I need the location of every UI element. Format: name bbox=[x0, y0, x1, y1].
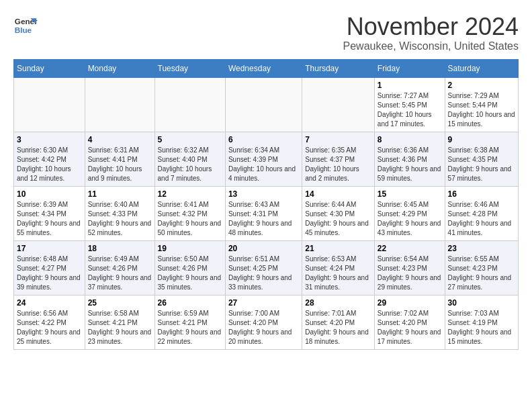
header-thursday: Thursday bbox=[302, 59, 375, 77]
day-number: 12 bbox=[158, 189, 222, 199]
day-number: 16 bbox=[448, 189, 515, 199]
day-info: Sunrise: 6:35 AMSunset: 4:37 PMDaylight:… bbox=[305, 146, 359, 182]
header-wednesday: Wednesday bbox=[225, 59, 302, 77]
day-info: Sunrise: 6:41 AMSunset: 4:32 PMDaylight:… bbox=[158, 201, 222, 236]
day-cell: 18Sunrise: 6:49 AMSunset: 4:26 PMDayligh… bbox=[85, 240, 154, 295]
day-info: Sunrise: 6:30 AMSunset: 4:42 PMDaylight:… bbox=[17, 146, 71, 182]
day-number: 18 bbox=[88, 244, 152, 253]
day-number: 19 bbox=[158, 244, 222, 253]
day-info: Sunrise: 6:50 AMSunset: 4:26 PMDaylight:… bbox=[158, 255, 222, 291]
day-cell: 6Sunrise: 6:34 AMSunset: 4:39 PMDaylight… bbox=[225, 132, 302, 186]
week-row-5: 24Sunrise: 6:56 AMSunset: 4:22 PMDayligh… bbox=[14, 295, 519, 349]
day-cell: 21Sunrise: 6:53 AMSunset: 4:24 PMDayligh… bbox=[302, 240, 375, 295]
calendar-table: SundayMondayTuesdayWednesdayThursdayFrid… bbox=[13, 59, 519, 350]
header-tuesday: Tuesday bbox=[154, 59, 225, 77]
day-info: Sunrise: 7:03 AMSunset: 4:19 PMDaylight:… bbox=[448, 310, 512, 345]
week-row-2: 3Sunrise: 6:30 AMSunset: 4:42 PMDaylight… bbox=[14, 132, 519, 186]
day-number: 29 bbox=[378, 298, 442, 308]
day-info: Sunrise: 6:53 AMSunset: 4:24 PMDaylight:… bbox=[305, 255, 369, 291]
day-cell bbox=[225, 77, 302, 132]
day-number: 22 bbox=[378, 244, 442, 253]
day-cell: 4Sunrise: 6:31 AMSunset: 4:41 PMDaylight… bbox=[85, 132, 154, 186]
day-info: Sunrise: 6:44 AMSunset: 4:30 PMDaylight:… bbox=[305, 201, 369, 236]
day-info: Sunrise: 6:32 AMSunset: 4:40 PMDaylight:… bbox=[158, 146, 212, 182]
header-saturday: Saturday bbox=[445, 59, 518, 77]
day-cell: 5Sunrise: 6:32 AMSunset: 4:40 PMDaylight… bbox=[154, 132, 225, 186]
day-number: 24 bbox=[17, 298, 82, 308]
day-info: Sunrise: 6:54 AMSunset: 4:23 PMDaylight:… bbox=[378, 255, 441, 291]
day-cell: 25Sunrise: 6:58 AMSunset: 4:21 PMDayligh… bbox=[85, 295, 154, 349]
day-info: Sunrise: 6:45 AMSunset: 4:29 PMDaylight:… bbox=[378, 201, 441, 236]
day-info: Sunrise: 6:39 AMSunset: 4:34 PMDaylight:… bbox=[17, 201, 81, 236]
header-monday: Monday bbox=[85, 59, 154, 77]
day-info: Sunrise: 6:38 AMSunset: 4:35 PMDaylight:… bbox=[448, 146, 512, 182]
day-cell: 22Sunrise: 6:54 AMSunset: 4:23 PMDayligh… bbox=[374, 240, 445, 295]
day-cell: 11Sunrise: 6:40 AMSunset: 4:33 PMDayligh… bbox=[85, 186, 154, 240]
day-number: 17 bbox=[17, 244, 82, 253]
svg-text:Blue: Blue bbox=[15, 26, 32, 34]
header-row: SundayMondayTuesdayWednesdayThursdayFrid… bbox=[14, 59, 519, 77]
logo-icon: General Blue bbox=[13, 13, 38, 38]
day-cell: 13Sunrise: 6:43 AMSunset: 4:31 PMDayligh… bbox=[225, 186, 302, 240]
day-number: 21 bbox=[305, 244, 371, 253]
week-row-3: 10Sunrise: 6:39 AMSunset: 4:34 PMDayligh… bbox=[14, 186, 519, 240]
day-cell: 9Sunrise: 6:38 AMSunset: 4:35 PMDaylight… bbox=[445, 132, 518, 186]
day-cell: 15Sunrise: 6:45 AMSunset: 4:29 PMDayligh… bbox=[374, 186, 445, 240]
day-info: Sunrise: 6:55 AMSunset: 4:23 PMDaylight:… bbox=[448, 255, 512, 291]
day-number: 2 bbox=[448, 81, 515, 90]
week-row-1: 1Sunrise: 7:27 AMSunset: 5:45 PMDaylight… bbox=[14, 77, 519, 132]
day-info: Sunrise: 7:02 AMSunset: 4:20 PMDaylight:… bbox=[378, 310, 441, 345]
day-cell: 7Sunrise: 6:35 AMSunset: 4:37 PMDaylight… bbox=[302, 132, 375, 186]
calendar-body: 1Sunrise: 7:27 AMSunset: 5:45 PMDaylight… bbox=[14, 77, 519, 349]
day-number: 20 bbox=[228, 244, 299, 253]
day-number: 13 bbox=[228, 189, 299, 199]
day-cell: 8Sunrise: 6:36 AMSunset: 4:36 PMDaylight… bbox=[374, 132, 445, 186]
day-cell: 23Sunrise: 6:55 AMSunset: 4:23 PMDayligh… bbox=[445, 240, 518, 295]
day-cell: 20Sunrise: 6:51 AMSunset: 4:25 PMDayligh… bbox=[225, 240, 302, 295]
title-section: November 2024 Pewaukee, Wisconsin, Unite… bbox=[343, 13, 519, 52]
day-info: Sunrise: 6:34 AMSunset: 4:39 PMDaylight:… bbox=[228, 146, 296, 182]
day-number: 11 bbox=[88, 189, 152, 199]
day-info: Sunrise: 7:27 AMSunset: 5:45 PMDaylight:… bbox=[378, 92, 432, 128]
day-info: Sunrise: 6:40 AMSunset: 4:33 PMDaylight:… bbox=[88, 201, 152, 236]
day-number: 15 bbox=[378, 189, 442, 199]
day-number: 1 bbox=[378, 81, 442, 90]
header-sunday: Sunday bbox=[14, 59, 85, 77]
day-cell: 27Sunrise: 7:00 AMSunset: 4:20 PMDayligh… bbox=[225, 295, 302, 349]
day-cell bbox=[14, 77, 85, 132]
day-cell: 26Sunrise: 6:59 AMSunset: 4:21 PMDayligh… bbox=[154, 295, 225, 349]
day-cell: 2Sunrise: 7:29 AMSunset: 5:44 PMDaylight… bbox=[445, 77, 518, 132]
day-number: 27 bbox=[228, 298, 299, 308]
day-cell bbox=[85, 77, 154, 132]
day-number: 8 bbox=[378, 135, 442, 144]
day-cell: 28Sunrise: 7:01 AMSunset: 4:20 PMDayligh… bbox=[302, 295, 375, 349]
day-info: Sunrise: 6:43 AMSunset: 4:31 PMDaylight:… bbox=[228, 201, 292, 236]
day-cell: 1Sunrise: 7:27 AMSunset: 5:45 PMDaylight… bbox=[374, 77, 445, 132]
day-number: 5 bbox=[158, 135, 222, 144]
day-cell: 29Sunrise: 7:02 AMSunset: 4:20 PMDayligh… bbox=[374, 295, 445, 349]
day-info: Sunrise: 6:46 AMSunset: 4:28 PMDaylight:… bbox=[448, 201, 512, 236]
day-number: 23 bbox=[448, 244, 515, 253]
day-number: 7 bbox=[305, 135, 371, 144]
day-number: 26 bbox=[158, 298, 222, 308]
logo: General Blue bbox=[13, 13, 38, 38]
day-number: 9 bbox=[448, 135, 515, 144]
day-info: Sunrise: 6:36 AMSunset: 4:36 PMDaylight:… bbox=[378, 146, 441, 182]
day-info: Sunrise: 6:49 AMSunset: 4:26 PMDaylight:… bbox=[88, 255, 152, 291]
day-cell: 16Sunrise: 6:46 AMSunset: 4:28 PMDayligh… bbox=[445, 186, 518, 240]
day-number: 6 bbox=[228, 135, 299, 144]
day-number: 4 bbox=[88, 135, 152, 144]
day-cell: 12Sunrise: 6:41 AMSunset: 4:32 PMDayligh… bbox=[154, 186, 225, 240]
day-cell: 19Sunrise: 6:50 AMSunset: 4:26 PMDayligh… bbox=[154, 240, 225, 295]
day-number: 25 bbox=[88, 298, 152, 308]
day-cell: 17Sunrise: 6:48 AMSunset: 4:27 PMDayligh… bbox=[14, 240, 85, 295]
calendar-header: SundayMondayTuesdayWednesdayThursdayFrid… bbox=[14, 59, 519, 77]
day-cell: 24Sunrise: 6:56 AMSunset: 4:22 PMDayligh… bbox=[14, 295, 85, 349]
day-info: Sunrise: 7:00 AMSunset: 4:20 PMDaylight:… bbox=[228, 310, 292, 345]
day-info: Sunrise: 6:59 AMSunset: 4:21 PMDaylight:… bbox=[158, 310, 222, 345]
day-number: 30 bbox=[448, 298, 515, 308]
day-info: Sunrise: 6:58 AMSunset: 4:21 PMDaylight:… bbox=[88, 310, 152, 345]
subtitle: Pewaukee, Wisconsin, United States bbox=[343, 40, 519, 52]
week-row-4: 17Sunrise: 6:48 AMSunset: 4:27 PMDayligh… bbox=[14, 240, 519, 295]
day-cell bbox=[154, 77, 225, 132]
